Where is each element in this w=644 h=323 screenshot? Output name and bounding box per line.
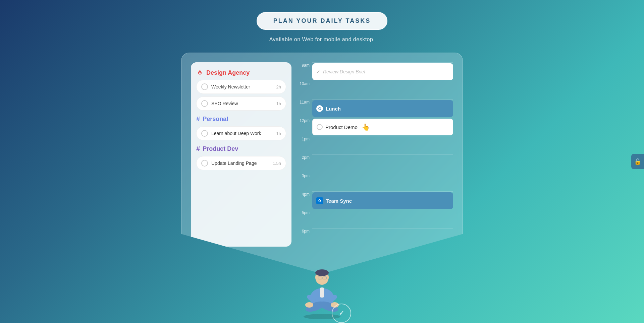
event-review-text: Review Design Brief	[323, 69, 365, 74]
task-checkbox-landing[interactable]	[201, 160, 208, 167]
sidebar-lock[interactable]: 🔒	[631, 154, 644, 169]
svg-point-1	[315, 269, 329, 276]
app-window: Design Agency Weekly Newsletter 2h SEO R…	[181, 53, 463, 274]
time-label-2pm: 2pm	[298, 154, 312, 160]
hash-product-icon: #	[196, 145, 200, 153]
time-row-10am: 10am	[298, 81, 453, 99]
event-team-sync-text: Team Sync	[326, 198, 352, 204]
time-label-9am: 9am	[298, 62, 312, 68]
google-icon: G	[316, 105, 323, 112]
event-team-sync[interactable]: O Team Sync	[312, 192, 453, 209]
event-product-demo[interactable]: Product Demo 👆	[312, 119, 453, 135]
time-label-11am: 11am	[298, 99, 312, 105]
time-label-4pm: 4pm	[298, 191, 312, 197]
task-checkbox-deepwork[interactable]	[201, 130, 208, 137]
outlook-icon: O	[316, 197, 323, 204]
time-grid: 9am ✓ Review Design Brief 10am 11am	[298, 62, 453, 247]
time-area-12pm: Product Demo 👆	[312, 118, 453, 136]
event-lunch-text: Lunch	[326, 106, 341, 112]
time-row-4pm: 4pm O Team Sync	[298, 191, 453, 210]
time-area-11am: G Lunch	[312, 99, 453, 118]
personal-label: Personal	[203, 116, 228, 123]
time-area-6pm	[312, 228, 453, 247]
svg-rect-6	[320, 287, 324, 298]
time-label-10am: 10am	[298, 81, 312, 86]
time-label-5pm: 5pm	[298, 210, 312, 215]
task-panel: Design Agency Weekly Newsletter 2h SEO R…	[191, 62, 291, 247]
time-row-6pm: 6pm	[298, 228, 453, 247]
time-area-2pm	[312, 154, 453, 173]
event-review-design-brief[interactable]: ✓ Review Design Brief	[312, 63, 453, 80]
time-area-10am	[312, 81, 453, 99]
task-learn-deep-work[interactable]: Learn about Deep Work 1h	[196, 126, 286, 140]
lock-icon: 🔒	[634, 158, 641, 165]
hash-personal-icon: #	[196, 115, 200, 123]
cursor-icon: 👆	[362, 123, 370, 131]
person-illustration: ✓	[292, 265, 352, 323]
category-personal: # Personal	[196, 115, 286, 123]
task-weekly-newsletter[interactable]: Weekly Newsletter 2h	[196, 80, 286, 94]
time-row-5pm: 5pm	[298, 210, 453, 228]
task-duration-deepwork: 1h	[276, 131, 281, 136]
check-icon: ✓	[316, 69, 320, 74]
task-name-weekly: Weekly Newsletter	[211, 84, 250, 89]
time-area-9am: ✓ Review Design Brief	[312, 62, 453, 81]
task-duration-seo: 1h	[276, 101, 281, 106]
time-label-3pm: 3pm	[298, 173, 312, 178]
time-row-12pm: 12pm Product Demo 👆	[298, 118, 453, 136]
category-product-dev: # Product Dev	[196, 145, 286, 153]
event-product-demo-text: Product Demo	[325, 124, 358, 130]
design-agency-label: Design Agency	[206, 69, 250, 76]
calendar-panel: 9am ✓ Review Design Brief 10am 11am	[298, 62, 453, 247]
page-header: PLAN YOUR DAILY TASKS Available on Web f…	[257, 12, 387, 43]
task-duration-weekly: 2h	[276, 84, 281, 89]
svg-text:✓: ✓	[339, 309, 344, 317]
plan-button[interactable]: PLAN YOUR DAILY TASKS	[257, 12, 387, 30]
product-dev-label: Product Dev	[203, 145, 238, 152]
time-row-11am: 11am G Lunch	[298, 99, 453, 118]
svg-point-15	[304, 314, 340, 319]
task-name-seo: SEO Review	[211, 101, 238, 106]
time-label-6pm: 6pm	[298, 228, 312, 234]
task-name-landing: Update Landing Page	[211, 160, 257, 166]
event-checkbox-demo[interactable]	[317, 124, 323, 130]
task-checkbox-weekly[interactable]	[201, 83, 208, 90]
time-area-5pm	[312, 210, 453, 228]
task-seo-review[interactable]: SEO Review 1h	[196, 96, 286, 111]
time-label-12pm: 12pm	[298, 118, 312, 123]
task-name-deepwork: Learn about Deep Work	[211, 131, 261, 136]
subtitle-text: Available on Web for mobile and desktop.	[269, 37, 375, 43]
time-row-9am: 9am ✓ Review Design Brief	[298, 62, 453, 81]
time-area-4pm: O Team Sync	[312, 191, 453, 210]
time-row-3pm: 3pm	[298, 173, 453, 191]
time-area-3pm	[312, 173, 453, 191]
event-lunch[interactable]: G Lunch	[312, 100, 453, 117]
time-area-1pm	[312, 136, 453, 154]
task-update-landing[interactable]: Update Landing Page 1.5h	[196, 156, 286, 170]
time-label-1pm: 1pm	[298, 136, 312, 141]
task-duration-landing: 1.5h	[273, 161, 281, 166]
flame-icon	[196, 69, 204, 76]
category-design-agency: Design Agency	[196, 69, 286, 76]
time-row-1pm: 1pm	[298, 136, 453, 154]
time-row-2pm: 2pm	[298, 154, 453, 173]
svg-point-11	[305, 302, 313, 308]
task-checkbox-seo[interactable]	[201, 100, 208, 107]
